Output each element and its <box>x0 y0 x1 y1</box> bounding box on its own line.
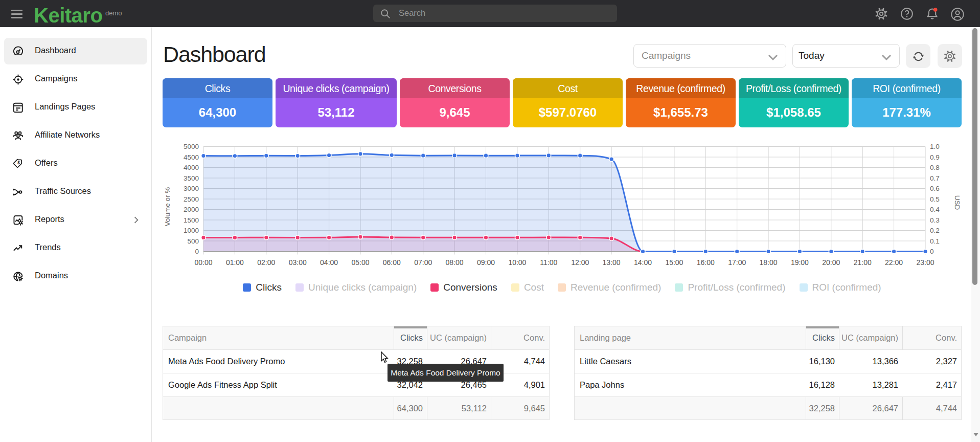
svg-text:0.3: 0.3 <box>930 216 940 224</box>
svg-text:0.1: 0.1 <box>930 237 940 245</box>
svg-text:01:00: 01:00 <box>226 258 244 267</box>
svg-text:5000: 5000 <box>184 143 199 150</box>
svg-text:14:00: 14:00 <box>634 258 652 267</box>
svg-text:13:00: 13:00 <box>603 258 621 267</box>
svg-text:21:00: 21:00 <box>854 258 872 267</box>
svg-text:1.0: 1.0 <box>930 143 940 150</box>
svg-text:0.9: 0.9 <box>930 153 940 161</box>
svg-text:0: 0 <box>195 248 199 255</box>
svg-text:12:00: 12:00 <box>571 258 589 267</box>
svg-text:Volume or %: Volume or % <box>164 187 171 227</box>
svg-text:0.2: 0.2 <box>930 227 940 234</box>
svg-text:02:00: 02:00 <box>257 258 275 267</box>
svg-text:$: $ <box>17 160 20 165</box>
svg-text:10:00: 10:00 <box>508 258 526 267</box>
svg-text:4500: 4500 <box>184 153 199 161</box>
svg-text:15:00: 15:00 <box>665 258 683 267</box>
svg-text:1500: 1500 <box>184 216 199 224</box>
svg-text:18:00: 18:00 <box>759 258 777 267</box>
svg-text:0.4: 0.4 <box>930 206 940 213</box>
svg-text:4000: 4000 <box>184 164 199 171</box>
svg-text:20:00: 20:00 <box>822 258 840 267</box>
svg-text:3000: 3000 <box>184 185 199 192</box>
svg-text:22:00: 22:00 <box>885 258 903 267</box>
svg-text:09:00: 09:00 <box>477 258 495 267</box>
svg-text:0.7: 0.7 <box>930 174 940 182</box>
svg-text:08:00: 08:00 <box>446 258 464 267</box>
svg-text:2500: 2500 <box>184 195 199 203</box>
svg-text:00:00: 00:00 <box>194 258 212 267</box>
svg-text:1000: 1000 <box>184 227 199 234</box>
svg-text:16:00: 16:00 <box>697 258 715 267</box>
svg-text:03:00: 03:00 <box>289 258 307 267</box>
svg-text:0: 0 <box>930 248 934 255</box>
svg-text:04:00: 04:00 <box>320 258 338 267</box>
svg-text:500: 500 <box>187 237 199 245</box>
svg-text:USD: USD <box>953 195 961 210</box>
svg-text:06:00: 06:00 <box>383 258 401 267</box>
svg-text:0.8: 0.8 <box>930 164 940 171</box>
svg-text:17:00: 17:00 <box>728 258 746 267</box>
svg-text:23:00: 23:00 <box>916 258 934 267</box>
svg-text:11:00: 11:00 <box>540 258 557 267</box>
svg-text:0.6: 0.6 <box>930 185 940 192</box>
svg-text:0.5: 0.5 <box>930 195 940 203</box>
svg-text:07:00: 07:00 <box>414 258 432 267</box>
svg-text:3500: 3500 <box>184 174 199 182</box>
svg-text:2000: 2000 <box>184 206 199 213</box>
svg-text:05:00: 05:00 <box>351 258 369 267</box>
svg-text:19:00: 19:00 <box>791 258 809 267</box>
